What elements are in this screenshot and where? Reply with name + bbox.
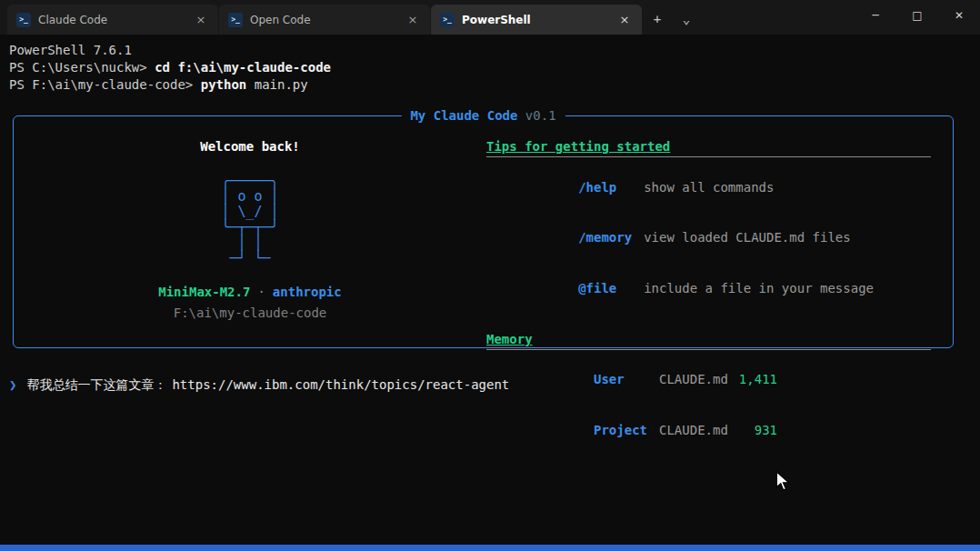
tip-description: view loaded CLAUDE.md files [644,230,851,245]
prompt-chevron-icon: ❯ [9,377,16,392]
tab-claude-code[interactable]: >_ Claude Code × [7,5,218,35]
tip-command: /memory [578,229,644,246]
tip-item: /helpshow all commands [486,162,931,213]
title-bar: >_ Claude Code × >_ Open Code × >_ Power… [0,0,980,35]
tip-command: @file [578,280,644,297]
tip-command: /help [578,179,644,196]
mouse-cursor-icon [774,471,792,491]
user-input-url: https://www.ibm.com/think/topics/react-a… [172,377,509,392]
shell-line-2: PS F:\ai\my-claude-code> python main.py [9,76,980,94]
tab-strip: >_ Claude Code × >_ Open Code × >_ Power… [0,0,855,35]
window-controls: ─ □ ✕ [855,0,980,35]
powershell-icon: >_ [440,13,455,27]
tab-close-icon[interactable]: × [616,12,633,28]
app-title: My Claude Code [410,108,517,123]
banner-left-column: Welcome back! ╭─────╮ │ o o │ │ \_/ │ ╰─… [14,116,486,347]
terminal-window: >_ Claude Code × >_ Open Code × >_ Power… [0,0,980,551]
taskbar-edge [0,545,980,551]
version-line: PowerShell 7.6.1 [9,42,980,59]
memory-row: UserCLAUDE.md1,411 [486,355,931,406]
shell-line-1: PS C:\Users\nuckw> cd f:\ai\my-claude-co… [9,59,980,76]
memory-file: CLAUDE.md [659,371,725,388]
user-input-text: 帮我总结一下这篇文章： [26,377,166,392]
close-button[interactable]: ✕ [938,0,980,31]
tip-description: include a file in your message [644,281,874,296]
terminal-content[interactable]: PowerShell 7.6.1 PS C:\Users\nuckw> cd f… [0,35,980,545]
memory-token-count: 931 [725,422,777,439]
model-name: MiniMax-M2.7 [158,285,250,299]
tab-dropdown-button[interactable]: ⌄ [674,6,699,32]
memory-scope: User [594,371,659,388]
tips-heading-row: Tips for getting started [486,138,931,157]
welcome-message: Welcome back! [14,138,486,155]
minimize-button[interactable]: ─ [855,0,896,31]
command-text: python [201,77,247,92]
tab-close-icon[interactable]: × [193,12,209,28]
banner-title: My Claude Code v0.1 [401,107,565,125]
tab-open-code[interactable]: >_ Open Code × [219,5,430,35]
tab-label: Open Code [250,14,397,26]
memory-heading-row: Memory [486,331,931,350]
powershell-icon: >_ [16,13,31,27]
model-line: MiniMax-M2.7·anthropic [14,284,486,301]
new-tab-button[interactable]: + [645,6,670,32]
command-text: cd f:\ai\my-claude-code [155,60,331,75]
memory-file: CLAUDE.md [659,422,725,439]
tab-label: Claude Code [38,14,185,26]
welcome-banner: My Claude Code v0.1 Welcome back! ╭─────… [13,115,954,348]
tip-item: @fileinclude a file in your message [486,263,931,314]
memory-heading: Memory [486,332,533,346]
banner-right-column: Tips for getting started /helpshow all c… [486,116,953,347]
app-version-number: v0.1 [525,108,556,123]
prompt-text: PS C:\Users\nuckw> [9,60,155,75]
tab-close-icon[interactable]: × [405,12,421,28]
memory-scope: Project [594,422,659,439]
memory-token-count: 1,411 [725,371,777,388]
tips-heading: Tips for getting started [486,139,670,154]
provider-name: anthropic [273,285,342,299]
tab-powershell[interactable]: >_ PowerShell × [431,5,642,35]
memory-row: ProjectCLAUDE.md931 [486,405,931,456]
memory-section: Memory UserCLAUDE.md1,411 ProjectCLAUDE.… [486,331,931,456]
working-directory: F:\ai\my-claude-code [14,305,486,322]
tip-description: show all commands [644,180,774,195]
maximize-button[interactable]: □ [896,0,938,31]
tip-item: /memoryview loaded CLAUDE.md files [486,213,931,264]
robot-ascii-art: ╭─────╮ │ o o │ │ \_/ │ ╰─┬─┬─╯ │ │ ─┘ └… [221,174,278,266]
command-arg: main.py [246,77,307,92]
powershell-icon: >_ [228,13,243,27]
separator-dot: · [257,285,265,299]
tab-label: PowerShell [462,14,609,26]
prompt-text: PS F:\ai\my-claude-code> [9,77,201,92]
